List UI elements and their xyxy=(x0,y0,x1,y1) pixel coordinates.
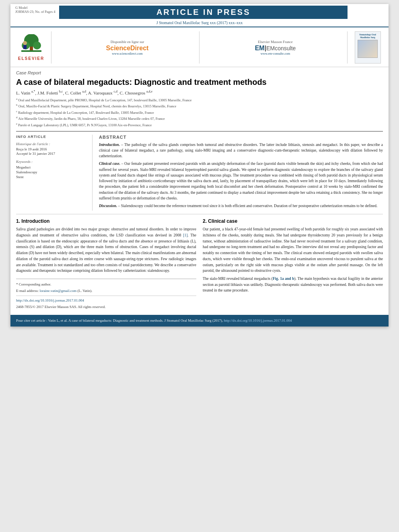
authors-line: L. Vatin a,*, J.M. Foletti b,c, C. Colle… xyxy=(16,90,383,95)
clinical-body-text: Our patient, a black 47-year-old female … xyxy=(203,226,383,294)
ref-1[interactable]: [1] xyxy=(183,233,187,237)
elsevier-masson-label: Elsevier Masson France xyxy=(258,40,292,44)
abstract-introduction: Introduction. – The pathology of the sal… xyxy=(99,142,383,159)
accepted-date: Accepté le 31 janvier 2017 xyxy=(16,152,88,156)
aip-label: ARTICLE IN PRESS xyxy=(156,8,251,16)
fig-1-link[interactable]: Fig. 1a and b xyxy=(273,277,294,281)
clinical-case-text: – Our female patient presented oversized… xyxy=(99,162,383,200)
info-abstract-section: INFO ARTICLE Historique de l'article : R… xyxy=(16,131,383,211)
doi-line: http://dx.doi.org/10.1016/j.jormas.2017.… xyxy=(16,298,196,303)
abstract-col: ABSTRACT Introduction. – The pathology o… xyxy=(99,135,383,211)
journal-code: JORMAS-23; No. of Pages 4 xyxy=(15,10,55,14)
keyword-megaduct: Megaduct xyxy=(16,165,88,169)
affiliations-block: a Oral and Maxillofacial Department, pôl… xyxy=(16,97,383,128)
citation-doi-link[interactable]: http://dx.doi.org/10.1016/j.jormas.2017.… xyxy=(224,318,292,322)
email-label: E-mail address: xyxy=(16,289,39,293)
sd-url[interactable]: www.sciencedirect.com xyxy=(112,52,142,55)
sciencedirect-logo: ScienceDirect xyxy=(106,45,149,52)
footnote-block: * Corresponding author. E-mail address: … xyxy=(16,279,196,310)
em-consulte-block: Elsevier Masson France EM|EMconsulte www… xyxy=(204,31,348,64)
keyword-sialendoscopy: Sialendoscopy xyxy=(16,170,88,174)
cover-photo xyxy=(358,40,378,58)
citation-bar: Pour citer cet article : Vatin L, et al.… xyxy=(10,315,389,327)
cover-title: Stomatology Oral Maxillofac Surg xyxy=(357,33,379,39)
main-content: Case Report A case of bilateral megaduct… xyxy=(10,67,389,311)
abstract-heading: ABSTRACT xyxy=(99,135,383,140)
body-section: 1. Introduction Saliva gland pathologies… xyxy=(16,214,383,310)
svg-rect-6 xyxy=(23,45,27,49)
clinical-para-2: The sialo-MRI revealed bilateral megaduc… xyxy=(203,276,383,294)
clinical-para-1: Our patient, a black 47-year-old female … xyxy=(203,226,383,274)
page: G Model JORMAS-23; No. of Pages 4 ARTICL… xyxy=(10,4,389,327)
em-url[interactable]: www.em-consulte.com xyxy=(261,52,290,55)
journal-cover-image: Stomatology Oral Maxillofac Surg xyxy=(355,31,381,64)
clinical-case-label: Clinical case. xyxy=(99,162,120,166)
clinical-case-col: 2. Clinical case Our patient, a black 47… xyxy=(203,218,383,310)
article-in-press-bar: ARTICLE IN PRESS xyxy=(59,6,348,19)
keyword-stent: Stent xyxy=(16,175,88,179)
sciencedirect-block: Disponible en ligne sur ScienceDirect ww… xyxy=(56,31,200,64)
elsevier-text: ELSEVIER xyxy=(18,56,44,61)
abstract-discussion: Discussion. – Sialendoscopy could become… xyxy=(99,203,383,209)
g-model-label: G Model xyxy=(15,6,55,10)
abstract-clinical-case: Clinical case. – Our female patient pres… xyxy=(99,161,383,201)
affil-e: e Parole et Langage Laboratory (LPL), UM… xyxy=(16,122,383,128)
copyright-line: 2468-7855/© 2017 Elsevier Masson SAS. Al… xyxy=(16,304,196,310)
received-date: Reçu le 19 août 2016 xyxy=(16,147,88,151)
em-logo: EM|EMconsulte xyxy=(255,45,296,52)
affil-a: a Oral and Maxillofacial Department, pôl… xyxy=(16,97,383,103)
doi-link[interactable]: http://dx.doi.org/10.1016/j.jormas.2017.… xyxy=(16,298,84,302)
affil-c: c Radiology department, Hospital de La C… xyxy=(16,109,383,115)
email-note: E-mail address: loraine.vatin@gmail.com … xyxy=(16,288,196,294)
intro-label: Introduction. xyxy=(99,143,120,147)
journal-cover-block: Stomatology Oral Maxillofac Surg xyxy=(352,31,384,64)
discussion-text: – Sialendoscopy could become the referen… xyxy=(118,204,378,208)
affil-d: d Aix-Marseille University, Jardin du Ph… xyxy=(16,115,383,121)
svg-rect-0 xyxy=(21,50,41,52)
affil-b: b Oral, Maxillo-Facial & Plastic Surgery… xyxy=(16,103,383,109)
journal-line: J Stomatol Oral Maxillofac Surg xxx (201… xyxy=(156,21,243,25)
corresponding-author-note: * Corresponding author. xyxy=(16,281,196,287)
introduction-col: 1. Introduction Saliva gland pathologies… xyxy=(16,218,196,310)
elsevier-logo-block: ELSEVIER xyxy=(15,31,51,64)
footnote-divider xyxy=(16,296,196,296)
info-article-col: INFO ARTICLE Historique de l'article : R… xyxy=(16,135,93,211)
elsevier-tree-icon xyxy=(19,34,43,56)
info-article-heading: INFO ARTICLE xyxy=(16,135,88,139)
intro-heading: 1. Introduction xyxy=(16,218,196,224)
keywords-label: Keywords : xyxy=(16,160,88,164)
clinical-heading: 2. Clinical case xyxy=(203,218,383,224)
model-info: G Model JORMAS-23; No. of Pages 4 xyxy=(15,6,55,14)
svg-point-4 xyxy=(33,41,41,49)
sciencedirect-logo-text: ScienceDirect xyxy=(106,45,149,51)
citation-text: Pour citer cet article : Vatin L, et al.… xyxy=(16,318,223,322)
intro-body-text: Saliva gland pathologies are divided int… xyxy=(16,226,196,274)
disponible-label: Disponible en ligne sur xyxy=(111,40,144,44)
intro-text: – The pathology of the saliva glands com… xyxy=(99,143,383,158)
logo-row: ELSEVIER Disponible en ligne sur Science… xyxy=(10,28,389,67)
journal-header: J Stomatol Oral Maxillofac Surg xxx (201… xyxy=(10,19,389,27)
section-type-label: Case Report xyxy=(16,70,383,75)
email-link[interactable]: loraine.vatin@gmail.com xyxy=(39,289,76,293)
article-title: A case of bilateral megaducts: Diagnosti… xyxy=(16,77,383,87)
email-suffix: (L. Vatin). xyxy=(78,289,93,293)
discussion-label: Discussion. xyxy=(99,204,117,208)
intro-para-1: Saliva gland pathologies are divided int… xyxy=(16,226,196,274)
historique-label: Historique de l'article : xyxy=(16,142,88,146)
top-header-row: G Model JORMAS-23; No. of Pages 4 ARTICL… xyxy=(10,4,389,19)
svg-point-5 xyxy=(23,41,27,45)
abstract-text: Introduction. – The pathology of the sal… xyxy=(99,142,383,209)
